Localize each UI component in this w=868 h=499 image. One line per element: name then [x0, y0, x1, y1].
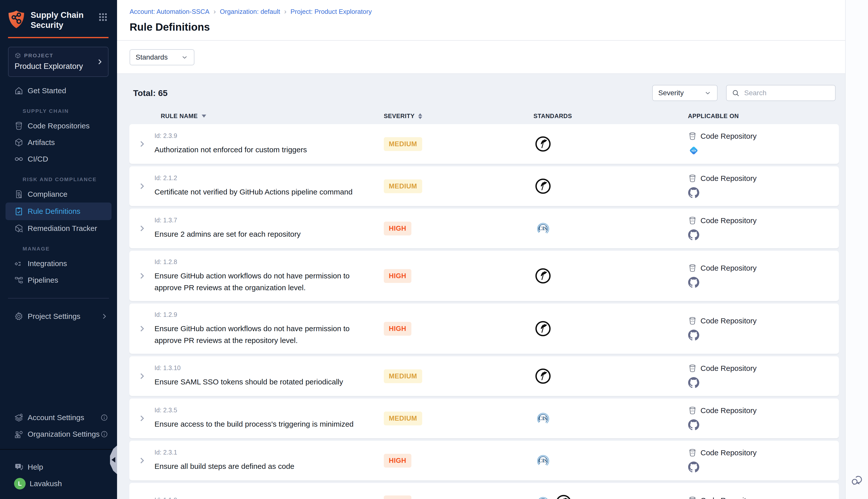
- applicable-on-label: Code Repository: [700, 174, 756, 183]
- repo-provider-icons: [688, 377, 699, 388]
- column-header-rule-name[interactable]: RULE NAME: [154, 112, 384, 120]
- sidebar-item-help[interactable]: ? Help: [0, 459, 117, 475]
- section-label-risk-and-compliance: RISK AND COMPLIANCE: [0, 177, 117, 182]
- sidebar-item-user-profile[interactable]: L Lavakush: [0, 475, 117, 492]
- code-repository-bucket-icon: </>: [688, 216, 697, 225]
- layers-gear-icon: [14, 413, 24, 422]
- total-count: Total: 65: [133, 88, 168, 98]
- rule-name: Ensure GitHub action workflows do not ha…: [154, 270, 375, 293]
- chat-bubbles-icon[interactable]: [850, 473, 864, 487]
- svg-text:</>: </>: [691, 267, 694, 270]
- info-icon[interactable]: [100, 430, 108, 438]
- table-row[interactable]: Id: 2.3.5 Ensure access to the build pro…: [129, 399, 839, 438]
- standards-icons: [530, 320, 688, 337]
- cis-icon: CIS: [534, 220, 551, 237]
- info-icon[interactable]: [100, 414, 108, 421]
- standards-icons: CIS: [530, 494, 688, 499]
- standards-filter-select[interactable]: Standards: [129, 49, 195, 65]
- expand-row-chevron-icon[interactable]: [138, 224, 146, 233]
- sidebar-item-rule-definitions[interactable]: Rule Definitions: [5, 203, 112, 220]
- sidebar-item-integrations[interactable]: Integrations: [0, 255, 117, 272]
- project-selector[interactable]: PROJECT Product Exploratory: [8, 47, 109, 77]
- sidebar-item-label: Get Started: [28, 86, 66, 95]
- rule-name: Ensure GitHub action workflows do not ha…: [154, 323, 375, 346]
- integrations-icon: [14, 259, 24, 268]
- sidebar-divider: [8, 298, 109, 299]
- chevron-right-icon: [96, 58, 103, 65]
- rule-id: Id: 1.2.8: [154, 258, 384, 266]
- applicable-on-label: Code Repository: [700, 496, 756, 499]
- severity-badge: MEDIUM: [384, 137, 422, 151]
- repo-provider-icons: [688, 329, 699, 341]
- table-row[interactable]: Id: 1.2.8 Ensure GitHub action workflows…: [129, 251, 839, 301]
- rule-name: Certificate not verified by GitHub Actio…: [154, 186, 375, 198]
- severity-badge: HIGH: [384, 322, 411, 336]
- code-repository-bucket-icon: </>: [688, 132, 697, 141]
- sidebar-item-pipelines[interactable]: Pipelines: [0, 272, 117, 289]
- sidebar-item-remediation-tracker[interactable]: Remediation Tracker: [0, 220, 117, 237]
- table-row[interactable]: Id: 1.3.10 Ensure SAML SSO tokens should…: [129, 356, 839, 396]
- sidebar-item-compliance[interactable]: Compliance: [0, 186, 117, 203]
- applicable-on-label: Code Repository: [700, 264, 756, 272]
- sidebar-item-label: Compliance: [28, 190, 67, 198]
- rule-id: Id: 1.2.9: [154, 311, 384, 318]
- rule-id: Id: 2.3.5: [154, 406, 384, 414]
- code-repository-bucket-icon: </>: [688, 174, 697, 183]
- svg-text:</>: </>: [691, 135, 694, 138]
- expand-row-chevron-icon[interactable]: [138, 272, 146, 280]
- severity-filter-select[interactable]: Severity: [652, 85, 718, 101]
- table-row[interactable]: Id: 1.1.9 HIGH CIS </> Code Repository: [129, 483, 839, 499]
- search-box: [726, 85, 835, 101]
- cis-icon: CIS: [534, 410, 551, 427]
- table-row[interactable]: Id: 1.2.9 Ensure GitHub action workflows…: [129, 304, 839, 354]
- github-icon: [688, 419, 699, 431]
- expand-row-chevron-icon[interactable]: [138, 456, 146, 465]
- expand-row-chevron-icon[interactable]: [138, 182, 146, 191]
- main-content: Account: Automation-SSCA › Organization:…: [117, 0, 868, 499]
- breadcrumb-organization-link[interactable]: Organization: default: [220, 8, 280, 15]
- org-chart-gear-icon: [14, 429, 24, 439]
- repo-provider-icons: [688, 461, 699, 473]
- expand-row-chevron-icon[interactable]: [138, 324, 146, 333]
- sidebar-item-organization-settings[interactable]: Organization Settings: [0, 426, 117, 442]
- breadcrumb: Account: Automation-SSCA › Organization:…: [129, 8, 846, 15]
- sidebar-item-cicd[interactable]: CI/CD: [0, 151, 117, 167]
- table-row[interactable]: Id: 1.3.7 Ensure 2 admins are set for ea…: [129, 208, 839, 248]
- expand-row-chevron-icon[interactable]: [138, 140, 146, 148]
- infinity-icon: [14, 154, 24, 164]
- svg-text:</>: </>: [691, 367, 694, 370]
- table-row[interactable]: Id: 2.3.1 Ensure all build steps are def…: [129, 441, 839, 480]
- sidebar-item-label: Account Settings: [28, 413, 84, 422]
- owasp-icon: [534, 178, 551, 195]
- sidebar-item-project-settings[interactable]: Project Settings: [0, 308, 117, 325]
- clipboard-check-icon: [14, 207, 24, 216]
- standards-icons: CIS: [530, 410, 688, 427]
- applicable-on-label: Code Repository: [700, 317, 756, 325]
- search-input[interactable]: [744, 89, 830, 97]
- severity-badge: MEDIUM: [384, 412, 422, 425]
- expand-row-chevron-icon[interactable]: [138, 498, 146, 499]
- severity-filter-label: Severity: [658, 89, 684, 97]
- table-row[interactable]: Id: 2.3.9 Authorization not enforced for…: [129, 124, 839, 164]
- sidebar-item-code-repositories[interactable]: </> Code Repositories: [0, 118, 117, 134]
- supply-chain-security-logo-icon: [8, 10, 25, 28]
- app-switcher-grid-icon[interactable]: [98, 12, 108, 22]
- rule-name: Ensure access to the build process's tri…: [154, 418, 375, 430]
- expand-row-chevron-icon[interactable]: [138, 414, 146, 423]
- svg-text:CIS: CIS: [538, 416, 547, 421]
- sidebar-item-label: Pipelines: [28, 276, 58, 284]
- breadcrumb-project-link[interactable]: Project: Product Exploratory: [290, 8, 372, 15]
- breadcrumb-account-link[interactable]: Account: Automation-SSCA: [129, 8, 210, 15]
- cis-icon: CIS: [534, 494, 551, 499]
- table-row[interactable]: Id: 2.1.2 Certificate not verified by Gi…: [129, 166, 839, 206]
- column-header-severity[interactable]: SEVERITY: [384, 112, 530, 120]
- owasp-icon: [534, 135, 551, 153]
- sidebar-item-artifacts[interactable]: Artifacts: [0, 134, 117, 151]
- svg-text:</>: </>: [691, 452, 694, 454]
- rule-name: Authorization not enforced for custom tr…: [154, 144, 375, 156]
- sidebar-item-account-settings[interactable]: Account Settings: [0, 409, 117, 426]
- repo-provider-icons: [688, 419, 699, 431]
- sidebar-item-get-started[interactable]: Get Started: [0, 82, 117, 99]
- expand-row-chevron-icon[interactable]: [138, 372, 146, 380]
- svg-text:</>: </>: [691, 320, 694, 322]
